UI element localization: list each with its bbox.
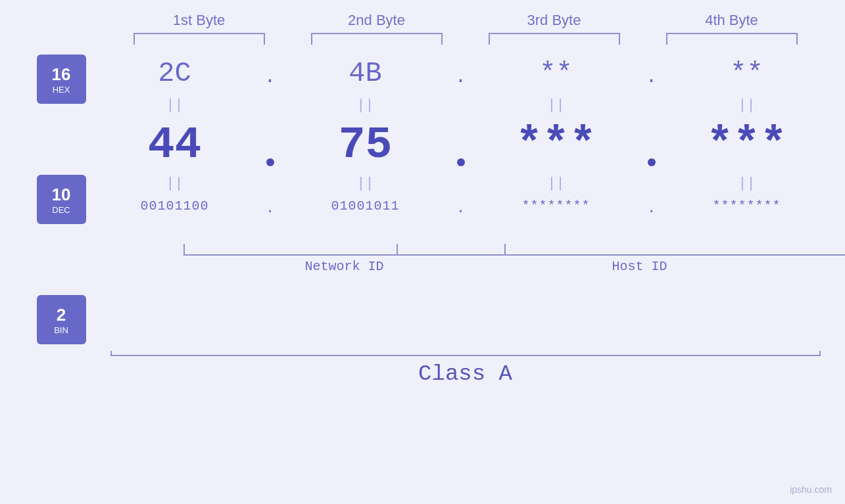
- eq2-b4: ||: [665, 174, 829, 193]
- hex-b1: 2C: [93, 51, 257, 96]
- byte-headers: 1st Byte 2nd Byte 3rd Byte 4th Byte: [110, 12, 821, 29]
- dec-dot2: [448, 115, 474, 174]
- hex-row: 2C . 4B . ** . **: [93, 51, 846, 96]
- bin-b2: 01001011: [283, 193, 448, 219]
- values-grid: 2C . 4B . ** . ** || || || || 44: [93, 51, 846, 274]
- byte2-header: 2nd Byte: [304, 12, 449, 29]
- bracket-byte4: [666, 33, 798, 45]
- badge-bin-number: 2: [57, 305, 66, 325]
- equals-row-1: || || || ||: [93, 96, 846, 115]
- hex-dot1: .: [257, 59, 283, 88]
- top-brackets: [110, 33, 821, 45]
- bin-b1: 00101100: [93, 193, 257, 219]
- bracket-byte3: [489, 33, 620, 45]
- eq1-b1: ||: [93, 96, 257, 115]
- eq2-b3: ||: [474, 174, 639, 193]
- eq2-b2: ||: [283, 174, 448, 193]
- class-label: Class A: [110, 361, 821, 386]
- equals-row-2: || || || ||: [93, 174, 846, 193]
- bin-b4: ********: [665, 193, 829, 219]
- badge-dec-label: DEC: [52, 205, 70, 215]
- class-bracket: [110, 351, 821, 356]
- hex-dot3: .: [639, 59, 665, 88]
- host-id-label: Host ID: [397, 259, 846, 274]
- dec-b3: ***: [474, 120, 639, 170]
- bin-dot1: .: [257, 195, 283, 217]
- dec-dot3: [639, 115, 665, 174]
- dec-dot1: [257, 115, 283, 174]
- watermark: ipshu.com: [790, 484, 832, 495]
- hex-b2: 4B: [283, 51, 448, 96]
- badge-hex: 16 HEX: [37, 55, 86, 104]
- bin-row: 00101100 . 01001011 . ******** . *******…: [93, 193, 846, 219]
- byte1-header: 1st Byte: [127, 12, 272, 29]
- byte3-header: 3rd Byte: [482, 12, 627, 29]
- dec-row: 44 75 *** ***: [93, 115, 846, 174]
- eq1-b2: ||: [283, 96, 448, 115]
- eq1-b4: ||: [665, 96, 829, 115]
- badge-bin: 2 BIN: [37, 295, 86, 344]
- eq2-b1: ||: [93, 174, 257, 193]
- byte4-header: 4th Byte: [660, 12, 804, 29]
- badges-column: 16 HEX 10 DEC 2 BIN: [37, 55, 86, 344]
- badge-hex-number: 16: [52, 64, 71, 85]
- bin-b3: ********: [474, 193, 639, 219]
- bracket-byte2: [311, 33, 443, 45]
- hex-dot2: .: [448, 59, 474, 88]
- badge-dec: 10 DEC: [37, 175, 86, 224]
- badge-dec-number: 10: [52, 185, 71, 205]
- hex-b3: **: [474, 51, 639, 96]
- bracket-byte1: [133, 33, 265, 45]
- footer-area: Class A: [110, 351, 821, 386]
- eq1-b3: ||: [474, 96, 639, 115]
- dec-b4: ***: [665, 120, 829, 170]
- badge-bin-label: BIN: [54, 325, 68, 335]
- page-container: 1st Byte 2nd Byte 3rd Byte 4th Byte 16 H…: [0, 0, 845, 504]
- host-bracket: [397, 244, 846, 256]
- hex-b4: **: [665, 51, 829, 96]
- bottom-brackets: Network ID Host ID: [178, 221, 846, 274]
- dec-b1: 44: [93, 120, 257, 170]
- badge-hex-label: HEX: [53, 85, 70, 95]
- main-content: 16 HEX 10 DEC 2 BIN 2C . 4B . ** . **: [5, 51, 840, 344]
- bin-dot2: .: [448, 195, 474, 217]
- dec-b2: 75: [283, 120, 448, 170]
- bin-dot3: .: [639, 195, 665, 217]
